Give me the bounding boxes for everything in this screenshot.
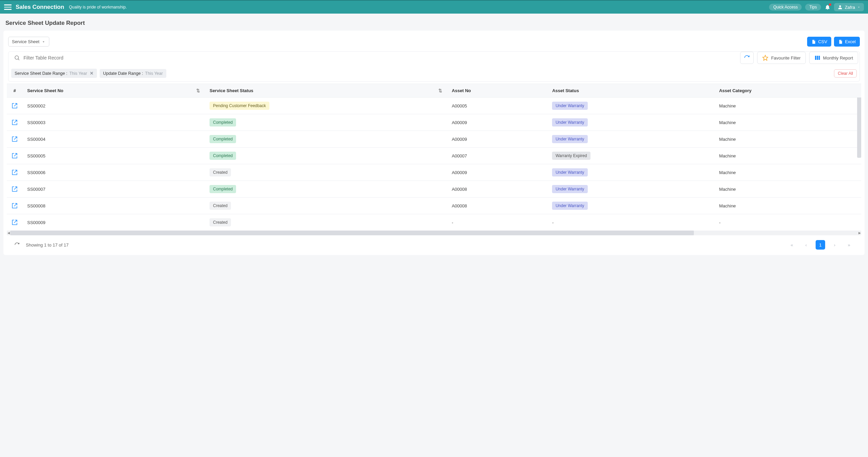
cell-asset-no: A00009 [447,164,547,181]
monthly-report-button[interactable]: Monthly Report [809,52,858,64]
table-row: SS00005CompletedA00007Warranty ExpiredMa… [7,148,861,164]
showing-text: Showing 1 to 17 of 17 [26,242,69,248]
cell-asset-category: Machine [714,98,861,114]
open-row-icon[interactable] [12,103,18,109]
scrollbar-thumb[interactable] [10,231,694,235]
cell-sheet-status: Pending Customer Feedback [205,98,447,114]
csv-label: CSV [818,39,827,44]
cell-sheet-no: SS00003 [22,114,205,131]
open-row-icon[interactable] [12,203,18,209]
table-container: # Service Sheet No⇅ Service Sheet Status… [7,84,861,235]
table-row: SS00004CompletedA00009Under WarrantyMach… [7,131,861,148]
quick-access-button[interactable]: Quick Access [769,4,802,11]
type-dropdown-label: Service Sheet [12,39,39,44]
remove-chip-icon[interactable]: ✕ [90,71,94,76]
open-row-icon[interactable] [12,169,18,175]
chip-label: Update Date Range : [103,71,143,76]
table-footer: Showing 1 to 17 of 17 « ‹ 1 › » [7,235,861,252]
page-prev[interactable]: ‹ [801,240,811,250]
export-excel-button[interactable]: Excel [834,37,860,47]
tagline: Quality is pride of workmanship. [69,5,127,10]
search-box[interactable] [10,52,737,64]
horizontal-scrollbar[interactable]: ◀ ▶ [7,231,861,235]
user-name: Zafra [845,5,855,10]
svg-point-1 [15,56,19,60]
cell-sheet-status: Completed [205,131,447,148]
search-input[interactable] [23,55,733,61]
cell-asset-status: Under Warranty [547,164,714,181]
cell-asset-status: Under Warranty [547,181,714,198]
sheet-status-badge: Completed [210,135,236,143]
cell-asset-category: Machine [714,198,861,214]
brand: Sales Connection [16,4,64,11]
filter-chip-sheet-date[interactable]: Service Sheet Date Range : This Year ✕ [11,69,97,78]
cell-sheet-status: Created [205,164,447,181]
sheet-status-badge: Created [210,202,231,210]
col-asset-status: Asset Status [547,84,714,98]
chip-value: This Year [145,71,163,76]
cell-sheet-no: SS00009 [22,214,205,230]
sheet-status-badge: Pending Customer Feedback [210,102,269,110]
asset-status-badge: Under Warranty [552,168,587,176]
filter-chip-update-date[interactable]: Update Date Range : This Year [100,69,166,78]
refresh-button[interactable] [740,52,754,64]
cell-sheet-status: Created [205,214,447,230]
page-last[interactable]: » [844,240,854,250]
table-row: SS00007CompletedA00008Under WarrantyMach… [7,181,861,198]
footer-refresh-icon[interactable] [14,242,20,248]
page-next[interactable]: › [830,240,839,250]
svg-rect-5 [817,56,818,60]
table-row: SS00009Created--- [7,214,861,230]
open-row-icon[interactable] [12,186,18,192]
file-icon [838,39,843,44]
cell-asset-category: Machine [714,148,861,164]
user-menu[interactable]: Zafra [834,3,864,11]
col-sheet-status[interactable]: Service Sheet Status⇅ [205,84,447,98]
cell-asset-status: Under Warranty [547,131,714,148]
chip-value: This Year [69,71,87,76]
vertical-scrollbar[interactable] [857,97,861,158]
topbar: Sales Connection Quality is pride of wor… [0,0,868,14]
favourite-filter-button[interactable]: Favourite Filter [757,52,806,64]
svg-marker-3 [763,55,768,61]
tips-button[interactable]: Tips [805,4,821,11]
asset-status-badge: Warranty Expired [552,152,590,160]
table-header-row: # Service Sheet No⇅ Service Sheet Status… [7,84,861,98]
cell-asset-no: A00009 [447,131,547,148]
columns-icon [814,55,820,61]
svg-line-2 [18,59,19,60]
open-row-icon[interactable] [12,153,18,159]
menu-icon[interactable] [4,3,12,11]
star-icon [762,55,768,61]
chevron-down-icon [857,5,861,9]
cell-asset-category: Machine [714,114,861,131]
cell-sheet-status: Created [205,198,447,214]
cell-asset-no: A00008 [447,181,547,198]
cell-asset-category: Machine [714,131,861,148]
sheet-status-badge: Completed [210,118,236,126]
cell-asset-category: Machine [714,164,861,181]
search-icon [14,55,20,61]
asset-status-badge: Under Warranty [552,185,587,193]
col-asset-category: Asset Category [714,84,861,98]
page-current[interactable]: 1 [816,240,825,250]
scroll-right-icon[interactable]: ▶ [857,231,862,235]
page-first[interactable]: « [787,240,797,250]
asset-status-badge: Under Warranty [552,102,587,110]
clear-all-button[interactable]: Clear All [834,69,857,78]
cell-asset-no: A00005 [447,98,547,114]
export-csv-button[interactable]: CSV [807,37,831,47]
cell-asset-no: A00009 [447,114,547,131]
favourite-filter-label: Favourite Filter [771,55,801,61]
sheet-status-badge: Completed [210,152,236,160]
cell-asset-no: - [447,214,547,230]
notifications-icon[interactable] [824,4,831,10]
type-dropdown[interactable]: Service Sheet [8,37,49,47]
open-row-icon[interactable] [12,119,18,125]
sheet-status-badge: Created [210,218,231,226]
cell-sheet-no: SS00006 [22,164,205,181]
notification-dot [829,3,831,6]
open-row-icon[interactable] [12,136,18,142]
open-row-icon[interactable] [12,219,18,225]
col-sheet-no[interactable]: Service Sheet No⇅ [22,84,205,98]
